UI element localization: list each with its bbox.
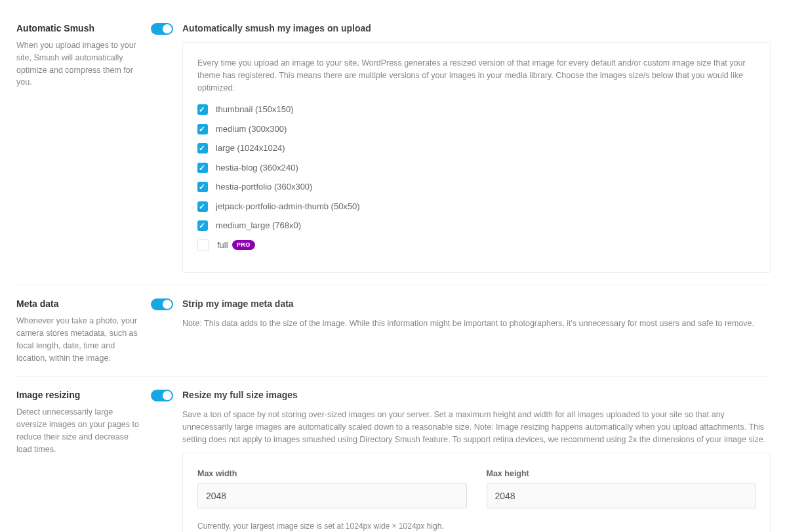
size-label: medium_large (768x0): [216, 219, 301, 232]
size-label: hestia-portfolio (360x300): [216, 180, 312, 194]
section-auto-smush: Automatic Smush When you upload images t…: [16, 10, 771, 285]
max-width-label: Max width: [197, 468, 467, 480]
size-label: hestia-blog (360x240): [216, 161, 298, 174]
section-meta: Meta data Whenever you take a photo, you…: [16, 285, 771, 377]
current-size-note: Currently, your largest image size is se…: [197, 520, 756, 532]
size-checkbox[interactable]: [197, 124, 208, 134]
size-checkbox[interactable]: [197, 201, 208, 212]
meta-title: Meta data: [16, 297, 141, 311]
size-item: hestia-blog (360x240): [197, 161, 756, 174]
size-item: large (1024x1024): [197, 142, 756, 155]
size-item: medium_large (768x0): [197, 219, 756, 232]
max-height-input[interactable]: [487, 483, 756, 508]
size-label: thumbnail (150x150): [216, 103, 294, 116]
resize-desc: Detect unnecessarily large oversize imag…: [16, 406, 141, 455]
size-item: medium (300x300): [197, 123, 756, 136]
image-sizes-intro: Every time you upload an image to your s…: [197, 57, 756, 94]
resize-box: Max width Max height Currently, your lar…: [182, 453, 771, 533]
size-checkbox[interactable]: [197, 163, 208, 173]
meta-toggle[interactable]: [151, 298, 173, 310]
size-checkbox[interactable]: [197, 104, 208, 115]
size-checkbox[interactable]: [197, 220, 208, 231]
size-item: fullPRO: [197, 239, 756, 252]
resize-explain: Save a ton of space by not storing over-…: [182, 409, 771, 445]
auto-smush-title: Automatic Smush: [16, 22, 141, 35]
meta-toggle-label: Strip my image meta data: [182, 297, 294, 311]
resize-toggle[interactable]: [151, 390, 173, 401]
size-checkbox[interactable]: [197, 182, 208, 192]
size-item: hestia-portfolio (360x300): [197, 180, 756, 194]
size-label: full: [217, 239, 228, 252]
auto-smush-toggle-label: Automatically smush my images on upload: [182, 22, 371, 35]
meta-desc: Whenever you take a photo, your camera s…: [16, 315, 141, 364]
resize-title: Image resizing: [16, 388, 141, 402]
max-height-label: Max height: [487, 468, 756, 480]
auto-smush-toggle[interactable]: [151, 23, 173, 35]
size-label: large (1024x1024): [216, 142, 285, 155]
section-resize: Image resizing Detect unnecessarily larg…: [16, 377, 771, 532]
meta-note: Note: This data adds to the size of the …: [182, 317, 771, 330]
size-checkbox[interactable]: [197, 143, 208, 153]
size-label: medium (300x300): [216, 123, 287, 136]
image-sizes-box: Every time you upload an image to your s…: [182, 42, 771, 273]
size-label: jetpack-portfolio-admin-thumb (50x50): [216, 200, 360, 213]
max-width-input[interactable]: [197, 483, 467, 508]
size-item: thumbnail (150x150): [197, 103, 756, 116]
auto-smush-desc: When you upload images to your site, Smu…: [16, 39, 141, 89]
resize-toggle-label: Resize my full size images: [182, 388, 298, 402]
pro-badge: PRO: [232, 240, 255, 251]
size-checkbox: [197, 239, 209, 251]
size-item: jetpack-portfolio-admin-thumb (50x50): [197, 200, 756, 213]
